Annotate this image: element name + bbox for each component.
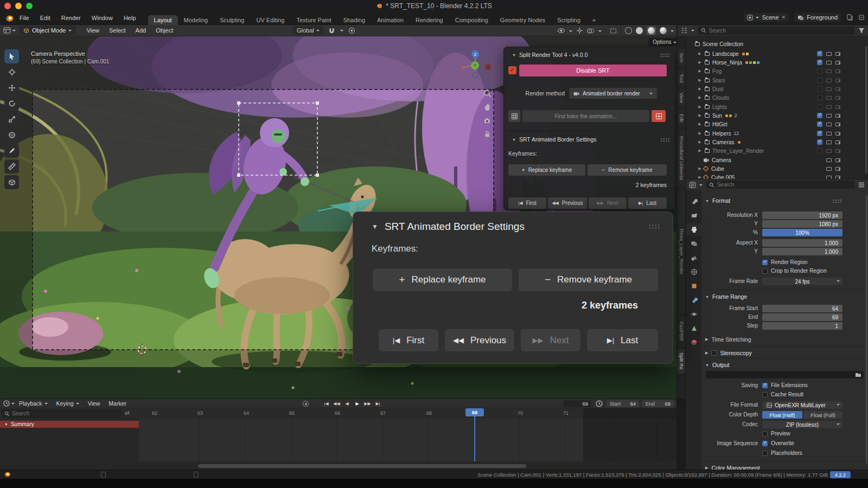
remove-layer-icon[interactable] bbox=[858, 14, 865, 21]
tab-scripting[interactable]: Scripting bbox=[551, 15, 586, 25]
menu-help[interactable]: Help bbox=[118, 12, 142, 24]
menu-object[interactable]: Object bbox=[151, 27, 178, 34]
remove-keyframe-button[interactable]: −Remove keyframe bbox=[588, 164, 667, 176]
exclude-checkbox[interactable] bbox=[817, 131, 822, 136]
timeline-horizontal-scrollbar[interactable] bbox=[198, 464, 526, 468]
render-region-checkbox[interactable]: Render Region bbox=[762, 259, 807, 265]
bake-options-button[interactable] bbox=[508, 110, 520, 122]
menu-playback[interactable]: Playback bbox=[15, 400, 52, 407]
tab-rendering[interactable]: Rendering bbox=[410, 15, 449, 25]
filter-toggle-icon[interactable]: ⇄ bbox=[125, 410, 129, 416]
timeline-search[interactable] bbox=[1, 409, 122, 418]
menu-view[interactable]: View bbox=[84, 400, 105, 407]
exclude-checkbox[interactable] bbox=[817, 121, 822, 127]
navigation-gizmo[interactable]: Z Y X bbox=[459, 47, 492, 80]
disable-render-icon[interactable] bbox=[835, 96, 840, 100]
srt-panel-header[interactable]: ▼Split Render Tool 4 - v4.0.0 bbox=[508, 52, 588, 58]
cursor-tool[interactable] bbox=[4, 65, 19, 79]
outliner-row-stars[interactable]: ▶Stars bbox=[686, 76, 868, 85]
sidebar-tab-view[interactable]: View bbox=[677, 89, 685, 107]
outliner-row-dust[interactable]: ▶Dust bbox=[686, 85, 868, 93]
sidebar-tab-edit[interactable]: Edit bbox=[677, 109, 685, 127]
current-frame-field[interactable]: 69 bbox=[563, 400, 591, 407]
axis-x-handle[interactable]: X bbox=[459, 64, 467, 71]
disable-viewport-icon[interactable] bbox=[826, 79, 832, 82]
blender-status-logo-icon[interactable] bbox=[3, 471, 11, 478]
exclude-checkbox[interactable] bbox=[817, 104, 822, 110]
exclude-checkbox[interactable] bbox=[817, 95, 822, 100]
timeline-editor-dropdown[interactable] bbox=[3, 400, 15, 407]
disable-viewport-icon[interactable] bbox=[826, 132, 832, 136]
tab-material-properties[interactable] bbox=[686, 336, 702, 348]
aspect-y-field[interactable]: 1.000 bbox=[762, 248, 843, 255]
time-stretching-subsection[interactable]: ▶Time Stretching bbox=[701, 335, 868, 344]
timeline-ruler[interactable]: ⇄ 62 63 64 65 66 67 68 70 71 bbox=[0, 408, 676, 418]
jump-to-start-button[interactable]: |◀ bbox=[322, 400, 330, 407]
transform-tool[interactable] bbox=[4, 128, 19, 142]
outliner-row-hitgirl[interactable]: ▶HitGirl bbox=[686, 120, 868, 129]
next-keyframe-button[interactable]: ▶▶ bbox=[363, 400, 372, 407]
tab-animation[interactable]: Animation bbox=[371, 15, 410, 25]
stereoscopy-section-header[interactable]: ▶Stereoscopy bbox=[701, 349, 868, 357]
new-layer-icon[interactable] bbox=[846, 14, 853, 21]
disable-viewport-icon[interactable] bbox=[826, 114, 832, 118]
replace-keyframe-button[interactable]: +Replace keyframe bbox=[373, 268, 512, 291]
cache-result-checkbox[interactable]: Cache Result bbox=[762, 391, 803, 397]
last-keyframe-button[interactable]: ▶|Last bbox=[587, 329, 658, 351]
placeholders-checkbox[interactable]: Placeholders bbox=[762, 450, 802, 456]
resolution-x-field[interactable]: 1920 px bbox=[762, 211, 843, 219]
editor-type-dropdown[interactable] bbox=[3, 27, 16, 34]
outliner-row-camera[interactable]: ▶Camera bbox=[686, 156, 868, 164]
tab-geometry-nodes[interactable]: Geometry Nodes bbox=[494, 15, 551, 25]
outliner-row-three-layer-render[interactable]: ▶Three_Layer_Render bbox=[686, 146, 868, 155]
tab-output-properties[interactable] bbox=[686, 223, 702, 235]
drag-grip-icon[interactable] bbox=[648, 224, 660, 229]
tab-world-properties[interactable] bbox=[686, 266, 702, 278]
outliner-scrollbar[interactable] bbox=[865, 46, 867, 174]
rotate-tool[interactable] bbox=[4, 97, 19, 111]
xray-toggle-icon[interactable] bbox=[610, 28, 617, 34]
folder-icon[interactable] bbox=[855, 372, 861, 377]
sidebar-tab-fastpbr[interactable]: FastPBR bbox=[677, 316, 685, 347]
timeline-tracks[interactable]: ▼Summary bbox=[0, 418, 676, 461]
add-cube-tool[interactable] bbox=[4, 175, 19, 189]
resolution-percent-slider[interactable]: 100% bbox=[762, 229, 843, 236]
outliner-row-horse-ninja[interactable]: ▶Horse_Ninja bbox=[686, 58, 868, 67]
file-extensions-checkbox[interactable]: File Extensions bbox=[762, 382, 808, 388]
tab-view-layer-properties[interactable] bbox=[686, 237, 702, 249]
overlays-toggle-icon[interactable] bbox=[587, 28, 595, 34]
color-depth-half-button[interactable]: Float (Half) bbox=[762, 411, 802, 419]
options-dropdown[interactable]: Options bbox=[649, 38, 676, 46]
disable-render-icon[interactable] bbox=[835, 69, 840, 73]
menu-edit[interactable]: Edit bbox=[35, 12, 56, 24]
exclude-checkbox[interactable] bbox=[817, 148, 822, 153]
disable-viewport-icon[interactable] bbox=[826, 52, 832, 56]
disable-viewport-icon[interactable] bbox=[826, 149, 832, 153]
render-method-dropdown[interactable]: Animated border render bbox=[569, 88, 657, 99]
disable-viewport-icon[interactable] bbox=[826, 69, 832, 73]
jump-to-end-button[interactable]: ▶| bbox=[374, 400, 382, 407]
tab-data-properties[interactable] bbox=[686, 322, 702, 334]
move-tool[interactable] bbox=[4, 81, 19, 95]
select-box-tool[interactable] bbox=[4, 49, 19, 63]
tab-tool-properties[interactable] bbox=[686, 195, 702, 207]
annotate-tool[interactable] bbox=[4, 144, 19, 158]
frame-rate-dropdown[interactable]: 24 fps bbox=[762, 278, 843, 285]
timeline-search-input[interactable] bbox=[12, 410, 118, 416]
exclude-checkbox[interactable] bbox=[817, 113, 822, 118]
sidebar-tab-three-layer-render[interactable]: Three_Layer_Render bbox=[677, 189, 685, 314]
sidebar-tab-split-render[interactable]: Split Re bbox=[677, 349, 685, 374]
outliner-root-row[interactable]: Scene Collection bbox=[686, 40, 868, 48]
menu-view[interactable]: View bbox=[81, 27, 104, 34]
use-preview-range-icon[interactable] bbox=[596, 400, 603, 408]
zoom-icon[interactable] bbox=[482, 88, 493, 99]
add-workspace-button[interactable]: + bbox=[586, 15, 602, 25]
tab-layout[interactable]: Layout bbox=[148, 15, 178, 25]
overwrite-checkbox[interactable]: Overwrite bbox=[762, 440, 794, 446]
disable-viewport-icon[interactable] bbox=[826, 96, 832, 100]
lock-icon[interactable] bbox=[482, 129, 493, 139]
bake-status-field[interactable]: First bake the animation... bbox=[522, 110, 649, 122]
axis-x-neg-handle[interactable] bbox=[485, 64, 491, 70]
axis-z-handle[interactable]: Z bbox=[471, 50, 479, 58]
snap-magnet-icon[interactable] bbox=[328, 27, 335, 34]
